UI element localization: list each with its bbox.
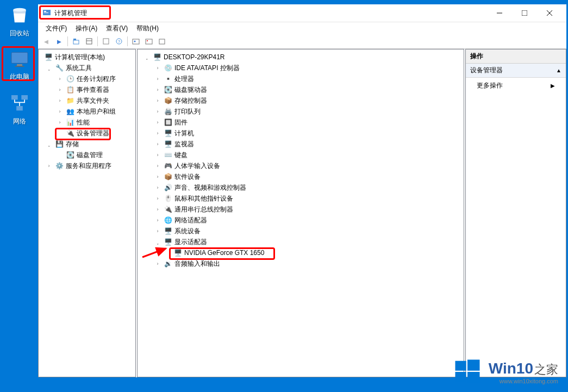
expand-icon[interactable]: › [56,75,64,83]
computer-icon: 🖥️ [164,129,172,138]
minimize-button[interactable] [487,4,512,22]
dev-monitor[interactable]: ›🖥️监视器 [139,139,463,150]
expand-icon[interactable]: › [56,108,64,115]
network-label: 网络 [4,117,34,126]
dev-firmware[interactable]: ›🔲固件 [139,117,463,128]
svg-rect-1 [11,52,28,63]
tree-diskmgr[interactable]: 💽磁盘管理 [40,150,134,160]
svg-rect-21 [133,39,139,44]
left-tree-pane[interactable]: 🖥️计算机管理(本地) ˬ🔧系统工具 ›🕒任务计划程序 ›📋事件查看器 ›📁共享… [38,49,136,377]
dev-sound[interactable]: ›🔊声音、视频和游戏控制器 [139,182,463,193]
dev-diskdrv[interactable]: ›💽磁盘驱动器 [139,84,463,95]
device-tree-pane[interactable]: ˬ🖥️DESKTOP-29KP41R ›💿IDE ATA/ATAPI 控制器 ›… [137,49,464,377]
dev-mouse[interactable]: ›🖱️鼠标和其他指针设备 [139,193,463,204]
tree-perf[interactable]: ›📊性能 [40,117,134,128]
tree-task[interactable]: ›🕒任务计划程序 [40,73,134,84]
toolbar: ◄ ► ? [38,34,566,49]
tree-shared[interactable]: ›📁共享文件夹 [40,95,134,106]
svg-rect-2 [17,64,22,66]
svg-rect-24 [147,40,148,41]
svg-rect-4 [11,95,18,99]
dev-audio[interactable]: ›🔉音频输入和输出 [139,258,463,269]
menu-action[interactable]: 操作(A) [76,24,97,33]
dev-display[interactable]: ˬ🖥️显示适配器 [139,237,463,247]
svg-point-22 [134,41,136,42]
actions-pane: 操作 设备管理器 ▲ 更多操作 ▶ [465,49,566,377]
actions-more[interactable]: 更多操作 ▶ [466,78,566,94]
help-button[interactable]: ? [113,35,125,47]
svg-rect-5 [21,95,28,99]
titlebar[interactable]: 计算机管理 [38,4,566,22]
expand-icon[interactable]: › [45,162,53,170]
svg-rect-27 [455,361,466,371]
menubar: 文件(F) 操作(A) 查看(V) 帮助(H) [38,22,566,34]
desktop-icon-thispc[interactable]: 此电脑 [4,48,34,82]
up-button[interactable] [70,35,82,47]
app-icon [42,9,51,17]
dev-hid[interactable]: ›🎮人体学输入设备 [139,160,463,171]
usb-icon: 🔌 [164,205,172,214]
dev-usb[interactable]: ›🔌通用串行总线控制器 [139,204,463,215]
expand-icon[interactable]: › [56,97,64,104]
expand-icon[interactable]: › [56,86,64,94]
tool-btn-2[interactable] [83,35,95,47]
collapse-icon[interactable]: ▲ [556,67,561,73]
desktop-icon-recycle[interactable]: 回收站 [4,4,34,38]
menu-view[interactable]: 查看(V) [106,24,128,33]
expand-icon[interactable]: ˬ [143,53,151,61]
dev-keyboard[interactable]: ›⌨️键盘 [139,150,463,160]
services-icon: ⚙️ [55,161,64,170]
tool-btn-6[interactable] [143,35,155,47]
forward-button[interactable]: ► [53,35,65,47]
expand-icon[interactable]: ˬ [45,140,53,148]
svg-rect-25 [159,39,165,44]
actions-category[interactable]: 设备管理器 ▲ [466,64,566,78]
back-button[interactable]: ◄ [40,35,52,47]
dev-printq[interactable]: ›🖨️打印队列 [139,106,463,117]
dev-cpu[interactable]: ›▪️处理器 [139,73,463,84]
perf-icon: 📊 [66,118,74,127]
dev-netadapter[interactable]: ›🌐网络适配器 [139,215,463,226]
maximize-button[interactable] [512,4,537,22]
svg-rect-9 [44,13,48,13]
dev-computers[interactable]: ›🖥️计算机 [139,128,463,139]
expand-icon[interactable]: ˬ [45,64,53,72]
dev-computer[interactable]: ˬ🖥️DESKTOP-29KP41R [139,52,463,63]
tool-btn-7[interactable] [156,35,168,47]
event-icon: 📋 [66,85,74,94]
menu-file[interactable]: 文件(F) [46,24,67,33]
watermark: Win10之家 www.win10xitong.com [453,357,558,387]
menu-help[interactable]: 帮助(H) [136,24,159,33]
tree-systools[interactable]: ˬ🔧系统工具 [40,63,134,73]
dev-storagectl[interactable]: ›📦存储控制器 [139,95,463,106]
clock-icon: 🕒 [66,74,74,83]
computer-management-window: 计算机管理 文件(F) 操作(A) 查看(V) 帮助(H) ◄ ► ? 🖥️计算… [38,4,567,378]
svg-rect-18 [103,39,109,44]
tree-root[interactable]: 🖥️计算机管理(本地) [40,52,134,63]
tree-users[interactable]: ›👥本地用户和组 [40,106,134,117]
desktop-icon-network[interactable]: 网络 [4,92,34,126]
recycle-label: 回收站 [4,29,34,38]
computer-mgmt-icon: 🖥️ [44,53,53,61]
storage-icon: 💾 [55,140,64,148]
tree-services[interactable]: ›⚙️服务和应用程序 [40,160,134,171]
tree-event[interactable]: ›📋事件查看器 [40,84,134,95]
svg-rect-29 [455,372,466,382]
dev-softdev[interactable]: ›📦软件设备 [139,171,463,182]
expand-icon[interactable]: ˬ [154,238,161,246]
expand-icon[interactable]: › [56,119,64,126]
hid-icon: 🎮 [164,161,172,170]
tool-btn-3[interactable] [100,35,112,47]
tools-icon: 🔧 [55,64,64,72]
dev-ide[interactable]: ›💿IDE ATA/ATAPI 控制器 [139,63,463,73]
dev-gpu[interactable]: 🖥️NVIDIA GeForce GTX 1650 [139,247,463,258]
software-icon: 📦 [164,172,172,181]
keyboard-icon: ⌨️ [164,151,172,159]
close-button[interactable] [537,4,562,22]
tree-storage[interactable]: ˬ💾存储 [40,139,134,150]
tool-btn-5[interactable] [130,35,142,47]
storage-ctl-icon: 📦 [164,96,172,105]
dev-sysdev[interactable]: ›🖥️系统设备 [139,226,463,237]
disk-icon: 💽 [66,151,74,159]
tree-devmgr[interactable]: 🔌设备管理器 [40,128,134,139]
